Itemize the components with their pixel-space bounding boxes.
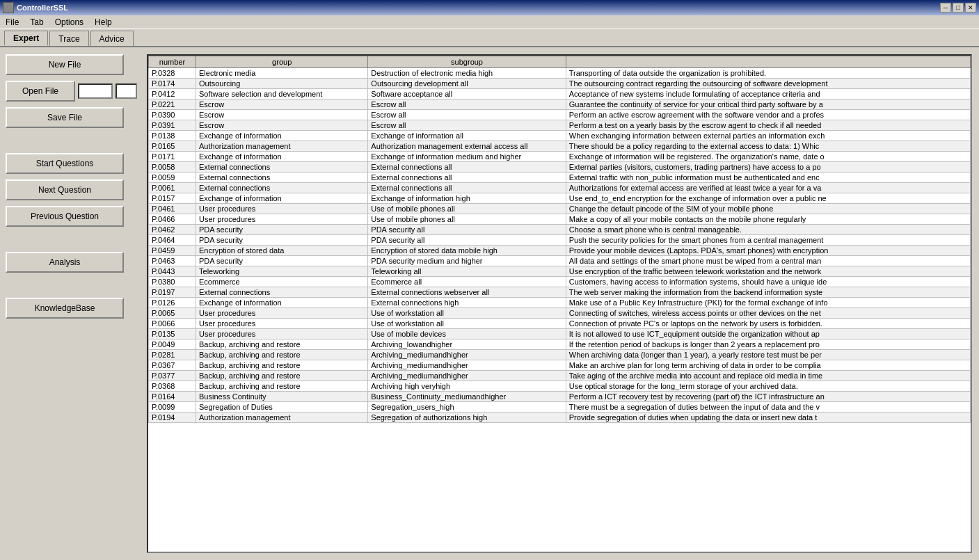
cell-group: Business Continuity [196, 392, 368, 402]
cell-subgroup: Exchange of information all [368, 131, 566, 141]
table-row[interactable]: P.0164Business ContinuityBusiness_Contin… [149, 392, 971, 402]
app-icon [3, 2, 14, 13]
cell-desc: External traffic with non_public informa… [566, 173, 970, 183]
cell-desc: Make a copy of all your mobile contacts … [566, 214, 970, 225]
new-file-button[interactable]: New File [6, 54, 124, 75]
previous-question-button[interactable]: Previous Question [6, 206, 124, 227]
cell-subgroup: Use of workstation all [368, 308, 566, 319]
cell-desc: Customers, having access to information … [566, 277, 970, 287]
cell-group: Escrow [196, 99, 368, 110]
table-row[interactable]: P.0281Backup, archiving and restoreArchi… [149, 350, 971, 360]
table-body: P.0328Electronic mediaDestruction of ele… [149, 68, 971, 423]
tab-expert[interactable]: Expert [4, 31, 48, 46]
table-row[interactable]: P.0464PDA securityPDA security allPush t… [149, 235, 971, 246]
cell-subgroup: External connections all [368, 183, 566, 193]
cell-desc: Make use of a Public Key Infrastructure … [566, 298, 970, 308]
table-row[interactable]: P.0157Exchange of informationExchange of… [149, 193, 971, 204]
table-row[interactable]: P.0221EscrowEscrow allGuarantee the cont… [149, 99, 971, 110]
table-row[interactable]: P.0066User proceduresUse of workstation … [149, 319, 971, 329]
cell-group: Escrow [196, 120, 368, 131]
table-row[interactable]: P.0197External connectionsExternal conne… [149, 287, 971, 298]
table-row[interactable]: P.0391EscrowEscrow allPerform a test on … [149, 120, 971, 131]
cell-desc: Choose a smart phone who is central mana… [566, 225, 970, 235]
cell-group: Ecommerce [196, 277, 368, 287]
cell-subgroup: Archiving high veryhigh [368, 381, 566, 392]
open-file-path[interactable] [116, 83, 137, 99]
cell-subgroup: Exchange of information high [368, 193, 566, 204]
table-row[interactable]: P.0443TeleworkingTeleworking allUse encr… [149, 266, 971, 277]
table-row[interactable]: P.0368Backup, archiving and restoreArchi… [149, 381, 971, 392]
cell-subgroup: Archiving_mediumandhigher [368, 371, 566, 381]
table-row[interactable]: P.0459Encryption of stored dataEncryptio… [149, 246, 971, 256]
cell-group: User procedures [196, 204, 368, 214]
tab-advice[interactable]: Advice [90, 31, 134, 46]
table-row[interactable]: P.0099Segregation of DutiesSegregation_u… [149, 402, 971, 413]
table-row[interactable]: P.0058External connectionsExternal conne… [149, 162, 971, 173]
table-row[interactable]: P.0461User proceduresUse of mobile phone… [149, 204, 971, 214]
cell-number: P.0099 [149, 402, 196, 413]
cell-group: Exchange of information [196, 152, 368, 162]
cell-group: Authorization management [196, 413, 368, 423]
maximize-button[interactable]: □ [953, 3, 964, 13]
cell-desc: External parties (visitors, customers, t… [566, 162, 970, 173]
table-row[interactable]: P.0466User proceduresUse of mobile phone… [149, 214, 971, 225]
cell-number: P.0412 [149, 89, 196, 99]
knowledge-base-button[interactable]: KnowledgeBase [6, 298, 124, 319]
col-header-group: group [196, 56, 368, 68]
cell-subgroup: Escrow all [368, 120, 566, 131]
cell-group: Backup, archiving and restore [196, 360, 368, 371]
table-row[interactable]: P.0462PDA securityPDA security allChoose… [149, 225, 971, 235]
cell-subgroup: Software acceptance all [368, 89, 566, 99]
open-file-input-small[interactable] [78, 83, 113, 99]
cell-subgroup: PDA security all [368, 235, 566, 246]
menu-tab[interactable]: Tab [27, 17, 46, 28]
table-row[interactable]: P.0049Backup, archiving and restoreArchi… [149, 339, 971, 350]
table-row[interactable]: P.0059External connectionsExternal conne… [149, 173, 971, 183]
cell-number: P.0390 [149, 110, 196, 120]
cell-subgroup: Teleworking all [368, 266, 566, 277]
table-row[interactable]: P.0463PDA securityPDA security medium an… [149, 256, 971, 266]
minimize-button[interactable]: ─ [940, 3, 951, 13]
data-table-container: number group subgroup P.0328Electronic m… [147, 54, 972, 553]
cell-subgroup: Segregation_users_high [368, 402, 566, 413]
start-questions-button[interactable]: Start Questions [6, 153, 124, 174]
next-question-button[interactable]: Next Question [6, 179, 124, 200]
close-button[interactable]: ✕ [965, 3, 976, 13]
cell-desc: Connection of private PC's or laptops on… [566, 319, 970, 329]
table-row[interactable]: P.0138Exchange of informationExchange of… [149, 131, 971, 141]
cell-number: P.0391 [149, 120, 196, 131]
table-row[interactable]: P.0171Exchange of informationExchange of… [149, 152, 971, 162]
table-row[interactable]: P.0065User proceduresUse of workstation … [149, 308, 971, 319]
menu-file[interactable]: File [3, 17, 22, 28]
table-row[interactable]: P.0412Software selection and development… [149, 89, 971, 99]
main-area: New File Open File Save File Start Quest… [0, 47, 979, 560]
table-row[interactable]: P.0194Authorization managementSegregatio… [149, 413, 971, 423]
table-row[interactable]: P.0135User proceduresUse of mobile devic… [149, 329, 971, 339]
cell-subgroup: PDA security medium and higher [368, 256, 566, 266]
cell-group: PDA security [196, 256, 368, 266]
table-row[interactable]: P.0328Electronic mediaDestruction of ele… [149, 68, 971, 79]
open-file-button[interactable]: Open File [6, 81, 75, 102]
menu-options[interactable]: Options [52, 17, 86, 28]
cell-subgroup: Archiving_lowandhigher [368, 339, 566, 350]
cell-subgroup: Authorization management external access… [368, 141, 566, 152]
table-row[interactable]: P.0174OutsourcingOutsourcing development… [149, 79, 971, 89]
table-row[interactable]: P.0061External connectionsExternal conne… [149, 183, 971, 193]
cell-desc: Perform an active escrow agreement with … [566, 110, 970, 120]
table-wrapper[interactable]: number group subgroup P.0328Electronic m… [148, 56, 971, 552]
table-row[interactable]: P.0367Backup, archiving and restoreArchi… [149, 360, 971, 371]
table-row[interactable]: P.0165Authorization managementAuthorizat… [149, 141, 971, 152]
table-row[interactable]: P.0126Exchange of informationExternal co… [149, 298, 971, 308]
save-file-button[interactable]: Save File [6, 107, 124, 128]
cell-desc: Take aging of the archive media into acc… [566, 371, 970, 381]
menu-help[interactable]: Help [92, 17, 115, 28]
tab-trace[interactable]: Trace [49, 31, 88, 46]
analysis-button[interactable]: Analysis [6, 252, 124, 273]
cell-group: Encryption of stored data [196, 246, 368, 256]
table-row[interactable]: P.0390EscrowEscrow allPerform an active … [149, 110, 971, 120]
cell-number: P.0058 [149, 162, 196, 173]
cell-number: P.0061 [149, 183, 196, 193]
table-row[interactable]: P.0380EcommerceEcommerce allCustomers, h… [149, 277, 971, 287]
table-row[interactable]: P.0377Backup, archiving and restoreArchi… [149, 371, 971, 381]
cell-subgroup: Destruction of electronic media high [368, 68, 566, 79]
